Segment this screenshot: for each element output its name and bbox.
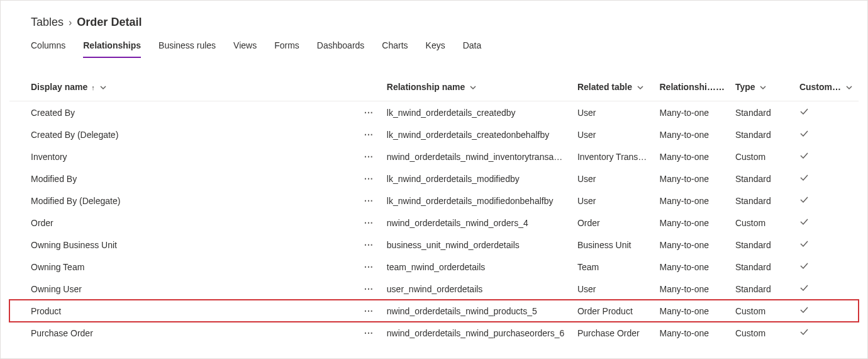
more-icon: ··· [364, 152, 374, 162]
table-row[interactable]: Owning User···user_nwind_orderdetailsUse… [9, 278, 859, 300]
row-more-actions[interactable]: ··· [356, 168, 382, 190]
tab-keys[interactable]: Keys [426, 40, 445, 58]
row-more-actions[interactable]: ··· [356, 300, 382, 322]
row-more-actions[interactable]: ··· [356, 234, 382, 256]
cell-type: Standard [730, 190, 794, 212]
cell-customizable [794, 101, 859, 124]
sort-ascending-icon: ↑ [91, 84, 95, 91]
col-header-display-name[interactable]: Display name ↑ [9, 73, 356, 101]
col-header-label: Custom… [799, 82, 841, 92]
more-icon: ··· [364, 174, 374, 184]
cell-type: Standard [730, 168, 794, 190]
check-icon [799, 173, 808, 182]
cell-display-name: Product [9, 300, 356, 322]
table-row[interactable]: Purchase Order···nwind_orderdetails_nwin… [9, 322, 859, 344]
check-icon [799, 151, 808, 160]
breadcrumb-separator: › [69, 17, 72, 28]
cell-display-name: Order [9, 212, 356, 234]
cell-display-name: Purchase Order [9, 322, 356, 344]
row-more-actions[interactable]: ··· [356, 190, 382, 212]
col-header-type[interactable]: Type [730, 73, 794, 101]
cell-relationship-type: Many-to-one [654, 212, 730, 234]
cell-type: Standard [730, 234, 794, 256]
cell-relationship-type: Many-to-one [654, 190, 730, 212]
row-more-actions[interactable]: ··· [356, 322, 382, 344]
table-row[interactable]: Order···nwind_orderdetails_nwind_orders_… [9, 212, 859, 234]
col-header-actions [356, 73, 382, 101]
table-row[interactable]: Owning Business Unit···business_unit_nwi… [9, 234, 859, 256]
table-row[interactable]: Modified By (Delegate)···lk_nwind_orderd… [9, 190, 859, 212]
tab-forms[interactable]: Forms [274, 40, 299, 58]
cell-related-table: User [572, 190, 655, 212]
relationships-table: Display name ↑ Relationship name Related… [9, 73, 859, 344]
table-row[interactable]: Inventory···nwind_orderdetails_nwind_inv… [9, 145, 859, 168]
tab-dashboards[interactable]: Dashboards [317, 40, 365, 58]
tab-columns[interactable]: Columns [31, 40, 65, 58]
col-header-customizable[interactable]: Custom… [794, 73, 859, 101]
col-header-label: Related table [577, 82, 632, 92]
breadcrumb-root[interactable]: Tables [31, 16, 64, 29]
more-icon: ··· [364, 284, 374, 294]
cell-type: Standard [730, 278, 794, 300]
cell-relationship-type: Many-to-one [654, 234, 730, 256]
cell-related-table: Order Product [572, 300, 655, 322]
more-icon: ··· [364, 108, 374, 118]
col-header-label: Display name [31, 82, 87, 92]
cell-type: Custom [730, 145, 794, 168]
tab-business-rules[interactable]: Business rules [159, 40, 216, 58]
table-row[interactable]: Owning Team···team_nwind_orderdetailsTea… [9, 256, 859, 278]
tab-charts[interactable]: Charts [382, 40, 408, 58]
cell-customizable [794, 168, 859, 190]
chevron-down-icon [760, 84, 766, 91]
more-icon: ··· [364, 130, 374, 140]
cell-relationship-name: lk_nwind_orderdetails_modifiedby [382, 168, 572, 190]
cell-relationship-type: Many-to-one [654, 168, 730, 190]
tab-views[interactable]: Views [233, 40, 257, 58]
relationships-table-wrap: Display name ↑ Relationship name Related… [1, 58, 867, 344]
table-row[interactable]: Created By···lk_nwind_orderdetails_creat… [9, 101, 859, 124]
cell-relationship-name: nwind_orderdetails_nwind_purchaseorders_… [382, 322, 572, 344]
more-icon: ··· [364, 306, 374, 316]
cell-relationship-name: lk_nwind_orderdetails_createdby [382, 101, 572, 124]
cell-related-table: Order [572, 212, 655, 234]
breadcrumb-current: Order Detail [77, 16, 142, 29]
row-more-actions[interactable]: ··· [356, 212, 382, 234]
table-row[interactable]: Modified By···lk_nwind_orderdetails_modi… [9, 168, 859, 190]
col-header-related-table[interactable]: Related table [572, 73, 655, 101]
table-row[interactable]: Product···nwind_orderdetails_nwind_produ… [9, 300, 859, 322]
cell-relationship-name: nwind_orderdetails_nwind_orders_4 [382, 212, 572, 234]
cell-relationship-type: Many-to-one [654, 123, 730, 145]
table-header-row: Display name ↑ Relationship name Related… [9, 73, 859, 101]
cell-relationship-name: lk_nwind_orderdetails_createdonbehalfby [382, 123, 572, 145]
cell-type: Custom [730, 212, 794, 234]
cell-customizable [794, 190, 859, 212]
cell-customizable [794, 300, 859, 322]
col-header-relationship-name[interactable]: Relationship name [382, 73, 572, 101]
row-more-actions[interactable]: ··· [356, 123, 382, 145]
row-more-actions[interactable]: ··· [356, 145, 382, 168]
cell-customizable [794, 123, 859, 145]
row-more-actions[interactable]: ··· [356, 278, 382, 300]
col-header-relationship-type[interactable]: Relationshi… [654, 73, 730, 101]
cell-relationship-type: Many-to-one [654, 322, 730, 344]
tab-relationships[interactable]: Relationships [83, 40, 141, 58]
breadcrumb: Tables › Order Detail [1, 1, 867, 37]
check-icon [799, 261, 808, 270]
tab-data[interactable]: Data [463, 40, 482, 58]
tabs-bar: ColumnsRelationshipsBusiness rulesViewsF… [1, 37, 867, 58]
cell-display-name: Created By [9, 101, 356, 124]
check-icon [799, 107, 808, 116]
cell-display-name: Owning Team [9, 256, 356, 278]
cell-related-table: User [572, 168, 655, 190]
table-row[interactable]: Created By (Delegate)···lk_nwind_orderde… [9, 123, 859, 145]
cell-related-table: User [572, 278, 655, 300]
check-icon [799, 305, 808, 314]
cell-relationship-name: nwind_orderdetails_nwind_inventorytransa… [382, 145, 572, 168]
cell-relationship-type: Many-to-one [654, 101, 730, 124]
cell-related-table: User [572, 101, 655, 124]
cell-relationship-name: business_unit_nwind_orderdetails [382, 234, 572, 256]
cell-display-name: Owning User [9, 278, 356, 300]
row-more-actions[interactable]: ··· [356, 256, 382, 278]
cell-display-name: Modified By (Delegate) [9, 190, 356, 212]
row-more-actions[interactable]: ··· [356, 101, 382, 124]
